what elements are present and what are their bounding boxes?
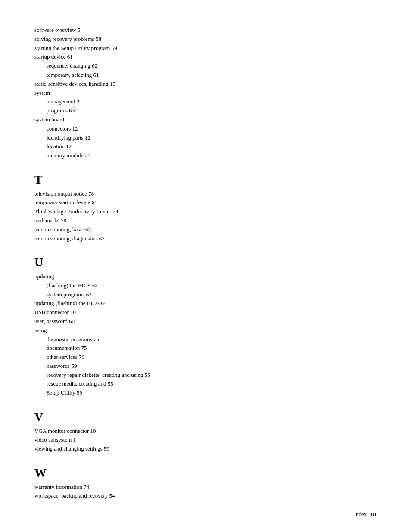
entry-text: system programs 63 (34, 290, 377, 299)
entry-text: diagnostic programs 75 (34, 335, 377, 344)
entry-static-sensitive: static-sensitive devices, handling 15 (34, 80, 377, 89)
entry-system: system management 2 programs 63 (34, 89, 377, 115)
entry-user-password: user, password 60 (34, 317, 377, 326)
entry-text: connectors 12 (34, 124, 377, 134)
entry-software-overview: software overview 5 (34, 26, 377, 35)
entry-text: memory module 21 (34, 151, 377, 160)
entry-startup-device: startup device 61 sequence, changing 62 … (34, 53, 377, 79)
entry-text: using (34, 326, 377, 335)
entry-using: using diagnostic programs 75 documentati… (34, 326, 377, 398)
entry-updating: updating (flashing) the BIOS 63 system p… (34, 272, 377, 299)
entry-text: workspace, backup and recovery 54 (34, 492, 377, 501)
w-section: W warranty information 74 workspace, bac… (34, 466, 377, 501)
entry-troubleshooting-diag: troubleshooting, diagnostics 67 (34, 234, 377, 243)
entry-text: documentation 75 (34, 344, 377, 353)
entry-text: programs 63 (34, 106, 377, 115)
entry-text: television output notice 78 (34, 190, 377, 199)
entry-text: identifying parts 12 (34, 134, 377, 143)
entry-text: passwords 59 (34, 362, 377, 371)
entry-text: viewing and changing settings 59 (34, 445, 377, 454)
entry-text: USB connector 10 (34, 308, 377, 317)
t-section: T television output notice 78 temporary … (34, 172, 377, 243)
entry-text: other services 76 (34, 353, 377, 362)
entry-text: troubleshooting, diagnostics 67 (34, 234, 377, 243)
entry-text: static-sensitive devices, handling 15 (34, 80, 377, 89)
entry-troubleshooting-basic: troubleshooting, basic 67 (34, 225, 377, 234)
entry-temporary-startup: temporary startup device 61 (34, 198, 377, 207)
entry-text: Setup Utility 59 (34, 389, 377, 398)
entry-trademarks: trademarks 78 (34, 216, 377, 225)
entry-system-board: system board connectors 12 identifying p… (34, 115, 377, 160)
entry-text: management 2 (34, 97, 377, 106)
entry-viewing-settings: viewing and changing settings 59 (34, 445, 377, 454)
entry-thinkvantage: ThinkVantage Productivity Center 74 (34, 207, 377, 216)
entry-text: video subsystem 1 (34, 436, 377, 445)
entry-vga: VGA monitor connector 10 (34, 427, 377, 436)
entry-text: ThinkVantage Productivity Center 74 (34, 207, 377, 216)
page-number: 81 (371, 511, 377, 517)
entry-text: location 12 (34, 142, 377, 151)
entry-text: trademarks 78 (34, 216, 377, 225)
u-section: U updating (flashing) the BIOS 63 system… (34, 255, 377, 398)
entry-text: temporary startup device 61 (34, 198, 377, 207)
section-letter-v: V (34, 410, 377, 424)
page-footer: Index 81 (354, 511, 377, 518)
entry-television: television output notice 78 (34, 190, 377, 199)
section-letter-t: T (34, 172, 377, 187)
entry-text: VGA monitor connector 10 (34, 427, 377, 436)
entry-updating-flashing: updating (flashing) the BIOS 64 (34, 299, 377, 308)
entry-solving-recovery: solving recovery problems 58 (34, 35, 377, 44)
entry-text: rescue media, creating and 55 (34, 380, 377, 389)
entry-text: troubleshooting, basic 67 (34, 225, 377, 234)
entry-text: recovery repair diskette, creating and u… (34, 371, 377, 380)
entry-text: starting the Setup Utility program 59 (34, 44, 377, 53)
entry-text: software overview 5 (34, 26, 377, 35)
v-section: V VGA monitor connector 10 video subsyst… (34, 410, 377, 454)
entry-video-subsystem: video subsystem 1 (34, 436, 377, 445)
entry-starting-setup: starting the Setup Utility program 59 (34, 44, 377, 53)
entry-text: system (34, 89, 377, 98)
entry-text: (flashing) the BIOS 63 (34, 281, 377, 290)
section-letter-u: U (34, 255, 377, 270)
entry-workspace: workspace, backup and recovery 54 (34, 492, 377, 501)
entry-text: updating (flashing) the BIOS 64 (34, 299, 377, 308)
s-section: software overview 5 solving recovery pro… (34, 26, 377, 160)
entry-text: updating (34, 272, 377, 281)
page: software overview 5 solving recovery pro… (0, 0, 411, 532)
entry-text: warranty information 74 (34, 483, 377, 492)
footer-label: Index (354, 511, 367, 517)
entry-text: user, password 60 (34, 317, 377, 326)
entry-text: system board (34, 115, 377, 124)
entry-text: sequence, changing 62 (34, 62, 377, 71)
entry-warranty: warranty information 74 (34, 483, 377, 492)
entry-text: startup device 61 (34, 53, 377, 62)
entry-text: temporary, selecting 61 (34, 71, 377, 80)
section-letter-w: W (34, 466, 377, 480)
entry-text: solving recovery problems 58 (34, 35, 377, 44)
entry-usb-connector: USB connector 10 (34, 308, 377, 317)
